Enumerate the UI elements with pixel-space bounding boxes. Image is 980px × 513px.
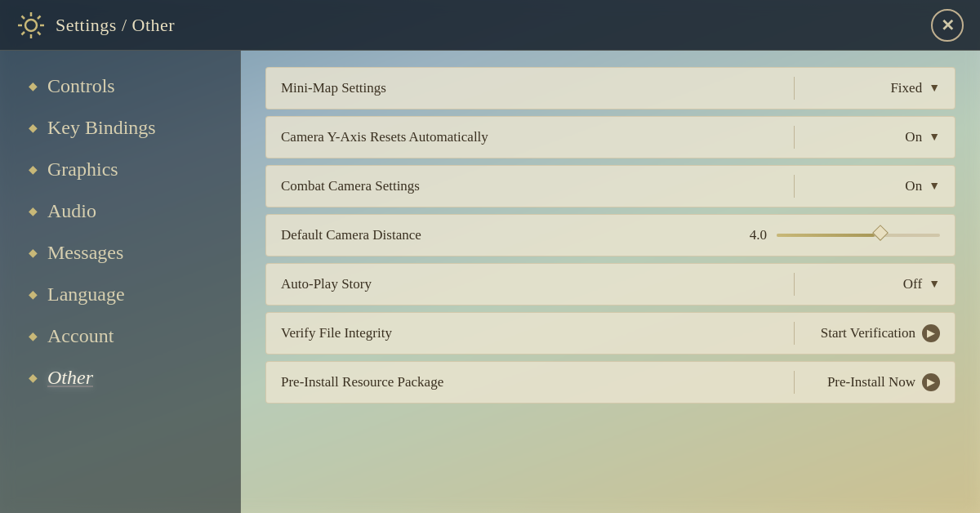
body: ◆ Controls ◆ Key Bindings ◆ Graphics ◆ A…: [0, 51, 980, 513]
divider: [794, 322, 795, 345]
bullet-icon: ◆: [29, 248, 38, 259]
sidebar-item-messages[interactable]: ◆ Messages: [24, 234, 240, 272]
chevron-down-icon: ▼: [929, 82, 940, 95]
setting-control[interactable]: On ▼: [809, 178, 940, 194]
sidebar-item-graphics[interactable]: ◆ Graphics: [24, 150, 240, 189]
action-label: Start Verification: [821, 325, 915, 341]
action-label: Pre-Install Now: [827, 374, 915, 390]
setting-control[interactable]: Pre-Install Now ▶: [809, 373, 940, 391]
divider: [794, 273, 795, 296]
sidebar-item-label: Controls: [47, 75, 115, 97]
sidebar-item-label: Graphics: [47, 158, 118, 181]
bullet-icon: ◆: [29, 331, 38, 342]
slider-container[interactable]: 4.0: [611, 227, 941, 243]
setting-row-camera-y-axis[interactable]: Camera Y-Axis Resets Automatically On ▼: [265, 116, 956, 158]
sidebar: ◆ Controls ◆ Key Bindings ◆ Graphics ◆ A…: [0, 51, 241, 513]
setting-label: Verify File Integrity: [281, 325, 779, 341]
setting-label: Mini-Map Settings: [281, 80, 779, 96]
sidebar-item-key-bindings[interactable]: ◆ Key Bindings: [24, 109, 240, 147]
setting-control[interactable]: Start Verification ▶: [809, 324, 940, 342]
setting-control[interactable]: Off ▼: [809, 276, 940, 292]
sidebar-item-language[interactable]: ◆ Language: [24, 275, 240, 314]
sidebar-item-controls[interactable]: ◆ Controls: [24, 67, 240, 105]
bullet-icon: ◆: [29, 289, 38, 301]
sidebar-item-account[interactable]: ◆ Account: [24, 317, 240, 355]
header: Settings / Other ✕: [0, 0, 980, 51]
sidebar-item-label: Other: [47, 367, 93, 389]
svg-point-0: [25, 20, 37, 31]
bullet-icon: ◆: [29, 81, 38, 92]
bullet-icon: ◆: [29, 206, 38, 217]
header-title: Settings / Other: [56, 15, 931, 36]
svg-line-5: [22, 16, 25, 19]
start-verification-button[interactable]: Start Verification ▶: [821, 324, 940, 342]
slider-value: 4.0: [738, 227, 767, 243]
slider-thumb[interactable]: [872, 225, 889, 241]
sidebar-item-other[interactable]: ◆ Other: [24, 359, 240, 397]
chevron-down-icon: ▼: [929, 278, 940, 291]
setting-value: On: [905, 129, 922, 145]
svg-line-8: [22, 32, 25, 35]
sidebar-item-label: Audio: [47, 200, 96, 222]
settings-panel: Settings / Other ✕ ◆ Controls ◆ Key Bind…: [0, 0, 980, 513]
circle-arrow-icon: ▶: [922, 373, 940, 391]
bullet-icon: ◆: [29, 372, 38, 384]
divider: [794, 371, 795, 394]
divider: [794, 126, 795, 149]
setting-row-mini-map[interactable]: Mini-Map Settings Fixed ▼: [265, 67, 956, 109]
svg-line-6: [38, 32, 41, 35]
setting-row-combat-camera[interactable]: Combat Camera Settings On ▼: [265, 165, 956, 207]
chevron-down-icon: ▼: [929, 180, 940, 193]
divider: [794, 77, 795, 100]
setting-row-verify-file[interactable]: Verify File Integrity Start Verification…: [265, 312, 956, 355]
close-button[interactable]: ✕: [931, 9, 964, 42]
setting-value: Off: [903, 276, 922, 292]
settings-content: Mini-Map Settings Fixed ▼ Camera Y-Axis …: [241, 51, 980, 513]
chevron-down-icon: ▼: [929, 131, 940, 144]
sidebar-item-label: Messages: [47, 242, 123, 264]
svg-line-7: [38, 16, 41, 19]
sidebar-item-label: Account: [47, 325, 114, 347]
setting-control[interactable]: Fixed ▼: [809, 80, 940, 96]
sidebar-item-label: Language: [47, 283, 125, 306]
slider-track[interactable]: [777, 234, 940, 237]
bullet-icon: ◆: [29, 164, 38, 176]
divider: [794, 175, 795, 198]
setting-label: Default Camera Distance: [281, 227, 611, 243]
setting-label: Combat Camera Settings: [281, 178, 779, 194]
setting-label: Auto-Play Story: [281, 276, 779, 292]
slider-fill: [777, 234, 875, 237]
pre-install-now-button[interactable]: Pre-Install Now ▶: [827, 373, 940, 391]
circle-arrow-icon: ▶: [922, 324, 940, 342]
setting-label: Pre-Install Resource Package: [281, 374, 779, 390]
gear-icon: [16, 11, 46, 40]
setting-row-camera-distance[interactable]: Default Camera Distance 4.0: [265, 214, 956, 256]
sidebar-item-audio[interactable]: ◆ Audio: [24, 192, 240, 230]
setting-value: On: [905, 178, 922, 194]
sidebar-item-label: Key Bindings: [47, 117, 156, 139]
setting-control[interactable]: On ▼: [809, 129, 940, 145]
bullet-icon: ◆: [29, 123, 38, 134]
setting-value: Fixed: [890, 80, 922, 96]
setting-row-pre-install[interactable]: Pre-Install Resource Package Pre-Install…: [265, 361, 956, 404]
setting-label: Camera Y-Axis Resets Automatically: [281, 129, 779, 145]
setting-row-auto-play[interactable]: Auto-Play Story Off ▼: [265, 263, 956, 306]
